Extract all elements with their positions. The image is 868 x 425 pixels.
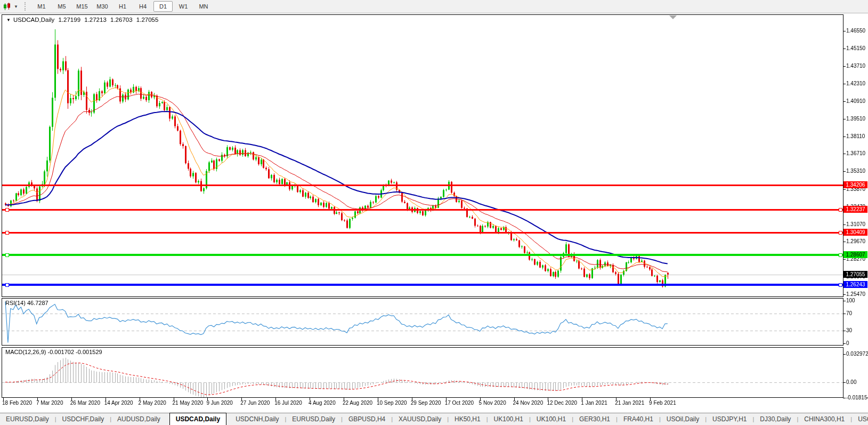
tab-china300-h1[interactable]: CHINA300,H1: [798, 413, 850, 425]
date-axis-label: 9 Feb 2021: [649, 400, 676, 406]
chart-symbol-period: USDCAD,Daily: [13, 17, 54, 23]
price-axis-label: 1.39510: [846, 116, 865, 122]
date-axis-label: 18 Feb 2020: [2, 400, 32, 406]
rsi-level-label: 0: [846, 340, 849, 347]
tab-gbpusd-h4[interactable]: GBPUSD,H4: [343, 413, 391, 425]
rsi-label: RSI(14) 46.7287: [5, 300, 48, 306]
tab-usoil-daily[interactable]: USOil,Daily: [661, 413, 705, 425]
ohlc-low: 1.26703: [110, 17, 133, 23]
tab-xauusd-daily[interactable]: XAUUSD,Daily: [393, 413, 447, 425]
rsi-level-label: 70: [846, 310, 852, 317]
tab-usdjpy-h1[interactable]: USDJPY,H1: [707, 413, 752, 425]
date-axis-label: 29 Sep 2020: [411, 400, 441, 406]
tab-uk100-h1[interactable]: UK100,H1: [488, 413, 529, 425]
price-level-badge-130409: 1.30409: [843, 229, 867, 236]
price-level-badge-126243: 1.26243: [843, 281, 867, 288]
price-level-badge-134206: 1.34206: [843, 181, 867, 188]
date-axis-label: 7 Mar 2020: [36, 400, 63, 406]
tab-usc[interactable]: USC: [852, 413, 868, 425]
chart-canvas[interactable]: [0, 0, 868, 425]
ohlc-high: 1.27213: [84, 17, 107, 23]
macd-level-label: 0.00: [846, 379, 856, 386]
date-axis-label: 14 Apr 2020: [104, 400, 133, 406]
date-axis-label: 27 Jun 2020: [240, 400, 270, 406]
date-axis-label: 1 Jan 2021: [581, 400, 607, 406]
tab-hk50-h1[interactable]: HK50,H1: [449, 413, 486, 425]
date-axis-label: 17 Oct 2020: [445, 400, 474, 406]
price-axis-label: 1.46550: [846, 28, 865, 34]
price-axis-label: 1.31070: [846, 221, 865, 228]
tab-usdchf-daily[interactable]: USDCHF,Daily: [56, 413, 110, 425]
tab-fra40-h1[interactable]: FRA40,H1: [618, 413, 659, 425]
price-axis-label: 1.29670: [846, 238, 865, 245]
ohlc-close: 1.27055: [136, 17, 159, 23]
tab-eurusd-daily[interactable]: EURUSD,Daily: [286, 413, 341, 425]
tab-usdcad-daily[interactable]: USDCAD,Daily: [169, 413, 226, 425]
price-axis-label: 1.36710: [846, 150, 865, 157]
price-level-badge-132237: 1.32237: [843, 206, 867, 213]
price-axis-label: 1.40910: [846, 98, 865, 105]
price-axis-label: 1.43710: [846, 63, 865, 69]
macd-level-label: -0.018154: [846, 395, 868, 401]
tab-dj30-daily[interactable]: DJ30,Daily: [754, 413, 797, 425]
rsi-level-label: 100: [846, 298, 855, 304]
macd-label: MACD(12,26,9) -0.001702 -0.001529: [5, 349, 102, 355]
price-axis-label: 1.25470: [846, 291, 865, 298]
tab-list: EURUSD,Daily|USDCHF,Daily|AUDUSD,DailyUS…: [0, 413, 868, 425]
date-axis-label: 24 Nov 2020: [513, 400, 543, 406]
price-axis-label: 1.35310: [846, 168, 865, 174]
date-axis-label: 2 May 2020: [139, 400, 166, 406]
macd-level-label: 0.032972: [846, 351, 868, 357]
tab-uk100-h1[interactable]: UK100,H1: [531, 413, 572, 425]
price-level-badge-128607: 1.28607: [843, 251, 867, 258]
mt4-window: ▼ M1M5M15M30H1H4D1W1MN ▼USDCAD,Daily 1.2…: [0, 0, 868, 425]
date-axis-label: 4 Aug 2020: [309, 400, 336, 406]
chart-title-marker-icon: ▼: [6, 18, 11, 22]
ohlc-open: 1.27199: [58, 17, 80, 23]
date-axis-label: 22 Aug 2020: [343, 400, 372, 406]
tab-eurusd-daily[interactable]: EURUSD,Daily: [0, 413, 55, 425]
date-axis-label: 10 Sep 2020: [377, 400, 407, 406]
date-axis-label: 12 Dec 2020: [547, 400, 577, 406]
price-axis-label: 1.38110: [846, 133, 865, 140]
date-axis-label: 21 May 2020: [173, 400, 204, 406]
tab-audusd-daily[interactable]: AUDUSD,Daily: [111, 413, 166, 425]
date-axis-label: 9 Jun 2020: [206, 400, 233, 406]
date-axis-label: 21 Jan 2021: [615, 400, 644, 406]
price-axis-label: 1.42310: [846, 81, 865, 87]
chart-title: ▼USDCAD,Daily 1.27199 1.27213 1.26703 1.…: [6, 17, 160, 23]
date-axis-label: 5 Nov 2020: [479, 400, 506, 406]
tab-usdcnh-daily[interactable]: USDCNH,Daily: [230, 413, 285, 425]
symbol-tab-bar: EURUSD,Daily|USDCHF,Daily|AUDUSD,DailyUS…: [0, 413, 868, 425]
price-level-badge-127055: 1.27055: [843, 271, 867, 278]
tab-ger30-h1[interactable]: GER30,H1: [573, 413, 616, 425]
date-axis-label: 16 Jul 2020: [274, 400, 302, 406]
rsi-level-label: 30: [846, 327, 852, 334]
price-axis-label: 1.45150: [846, 45, 865, 52]
date-axis-label: 26 Mar 2020: [70, 400, 100, 406]
